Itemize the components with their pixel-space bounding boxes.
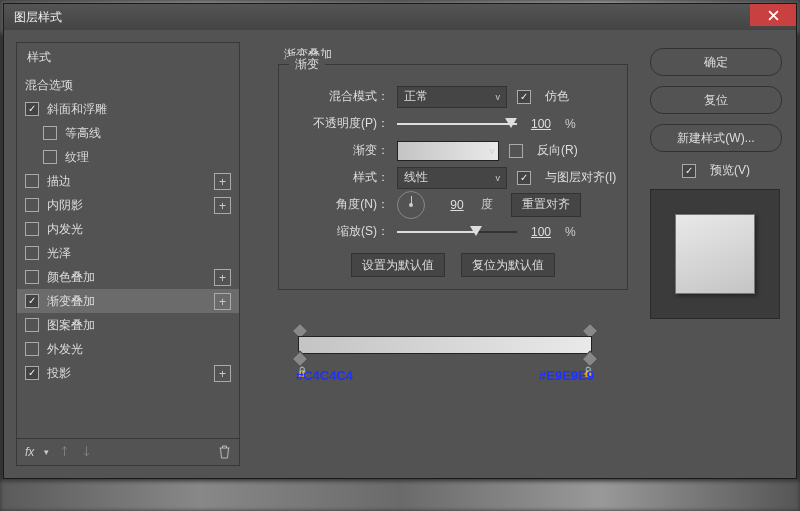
styles-header: 样式: [16, 42, 240, 73]
preview-label: 预览(V): [710, 162, 750, 179]
move-down-icon[interactable]: 🡓: [81, 445, 93, 459]
checkbox-icon[interactable]: [25, 366, 39, 380]
reverse-checkbox[interactable]: [509, 144, 523, 158]
style-item-bevel[interactable]: 斜面和浮雕: [17, 97, 239, 121]
opacity-label: 不透明度(P)：: [289, 115, 397, 132]
style-item-inner-glow[interactable]: 内发光: [17, 217, 239, 241]
style-item-label: 等高线: [65, 125, 101, 142]
opacity-unit: %: [565, 117, 576, 131]
style-item-pattern-overlay[interactable]: 图案叠加: [17, 313, 239, 337]
chevron-down-icon[interactable]: ▾: [44, 447, 49, 457]
angle-value[interactable]: 90: [437, 198, 477, 212]
scale-unit: %: [565, 225, 576, 239]
checkbox-icon[interactable]: [25, 102, 39, 116]
checkbox-icon[interactable]: [25, 318, 39, 332]
checkbox-icon[interactable]: [25, 270, 39, 284]
gradient-editor-bar[interactable]: 🔒 🔒: [298, 326, 592, 362]
style-item-label: 内发光: [47, 221, 83, 238]
add-icon[interactable]: +: [214, 197, 231, 214]
style-item-label: 斜面和浮雕: [47, 101, 107, 118]
chevron-down-icon: v: [496, 173, 501, 183]
window-title: 图层样式: [14, 9, 62, 26]
scale-value[interactable]: 100: [521, 225, 561, 239]
style-item-label: 图案叠加: [47, 317, 95, 334]
scale-label: 缩放(S)：: [289, 223, 397, 240]
style-item-label: 外发光: [47, 341, 83, 358]
add-icon[interactable]: +: [214, 173, 231, 190]
gradient-picker[interactable]: v: [397, 141, 499, 161]
style-item-texture[interactable]: 纹理: [17, 145, 239, 169]
trash-icon[interactable]: [218, 445, 231, 459]
settings-panel: 渐变叠加 渐变 混合模式： 正常 v 仿色 不透明度(P)：: [254, 42, 636, 466]
style-item-color-overlay[interactable]: 颜色叠加 +: [17, 265, 239, 289]
blending-options-header[interactable]: 混合选项: [17, 73, 239, 97]
chevron-down-icon: v: [496, 92, 501, 102]
style-item-gradient-overlay[interactable]: 渐变叠加 +: [17, 289, 239, 313]
reset-default-button[interactable]: 复位为默认值: [461, 253, 555, 277]
reverse-label: 反向(R): [537, 142, 578, 159]
slider-thumb-icon[interactable]: [505, 118, 517, 128]
align-label: 与图层对齐(I): [545, 169, 616, 186]
style-item-label: 描边: [47, 173, 71, 190]
scale-slider[interactable]: [397, 224, 517, 240]
align-checkbox[interactable]: [517, 171, 531, 185]
titlebar: 图层样式: [3, 3, 797, 31]
close-icon: [768, 10, 779, 21]
style-item-label: 纹理: [65, 149, 89, 166]
angle-unit: 度: [481, 196, 493, 213]
opacity-slider[interactable]: [397, 116, 517, 132]
style-dropdown[interactable]: 线性 v: [397, 167, 507, 189]
blend-mode-dropdown[interactable]: 正常 v: [397, 86, 507, 108]
style-item-drop-shadow[interactable]: 投影 +: [17, 361, 239, 385]
close-button[interactable]: [750, 4, 796, 26]
style-value: 线性: [404, 169, 428, 186]
set-default-button[interactable]: 设置为默认值: [351, 253, 445, 277]
slider-thumb-icon[interactable]: [470, 226, 482, 236]
new-style-button[interactable]: 新建样式(W)...: [650, 124, 782, 152]
dither-label: 仿色: [545, 88, 569, 105]
add-icon[interactable]: +: [214, 293, 231, 310]
hex-right-label: #E9E9E9: [539, 368, 594, 383]
checkbox-icon[interactable]: [25, 342, 39, 356]
chevron-down-icon: v: [490, 146, 495, 156]
action-column: 确定 复位 新建样式(W)... 预览(V): [650, 48, 782, 319]
style-item-label: 投影: [47, 365, 71, 382]
style-item-stroke[interactable]: 描边 +: [17, 169, 239, 193]
sidebar-footer: fx ▾ 🡑 🡓: [16, 438, 240, 466]
checkbox-icon[interactable]: [25, 198, 39, 212]
ok-button[interactable]: 确定: [650, 48, 782, 76]
styles-sidebar: 样式 混合选项 斜面和浮雕 等高线 纹理: [16, 42, 240, 466]
blend-mode-label: 混合模式：: [289, 88, 397, 105]
angle-dial[interactable]: [397, 191, 425, 219]
preview-checkbox[interactable]: [682, 164, 696, 178]
style-item-contour[interactable]: 等高线: [17, 121, 239, 145]
add-icon[interactable]: +: [214, 365, 231, 382]
checkbox-icon[interactable]: [43, 150, 57, 164]
hex-left-label: #C4C4C4: [296, 368, 353, 383]
checkbox-icon[interactable]: [25, 222, 39, 236]
dither-checkbox[interactable]: [517, 90, 531, 104]
move-up-icon[interactable]: 🡑: [59, 445, 71, 459]
blending-options-label: 混合选项: [25, 77, 73, 94]
blend-mode-value: 正常: [404, 88, 428, 105]
style-item-outer-glow[interactable]: 外发光: [17, 337, 239, 361]
checkbox-icon[interactable]: [43, 126, 57, 140]
preview-thumbnail: [650, 189, 780, 319]
reset-align-button[interactable]: 重置对齐: [511, 193, 581, 217]
angle-label: 角度(N)：: [289, 196, 397, 213]
style-label: 样式：: [289, 169, 397, 186]
style-item-inner-shadow[interactable]: 内阴影 +: [17, 193, 239, 217]
gradient-label: 渐变：: [289, 142, 397, 159]
checkbox-icon[interactable]: [25, 174, 39, 188]
style-item-satin[interactable]: 光泽: [17, 241, 239, 265]
preview-swatch: [675, 214, 755, 294]
style-item-label: 渐变叠加: [47, 293, 95, 310]
opacity-value[interactable]: 100: [521, 117, 561, 131]
checkbox-icon[interactable]: [25, 246, 39, 260]
checkbox-icon[interactable]: [25, 294, 39, 308]
fieldset-legend: 渐变: [289, 56, 325, 73]
add-icon[interactable]: +: [214, 269, 231, 286]
style-item-label: 颜色叠加: [47, 269, 95, 286]
fx-menu[interactable]: fx: [25, 445, 34, 459]
reset-button[interactable]: 复位: [650, 86, 782, 114]
